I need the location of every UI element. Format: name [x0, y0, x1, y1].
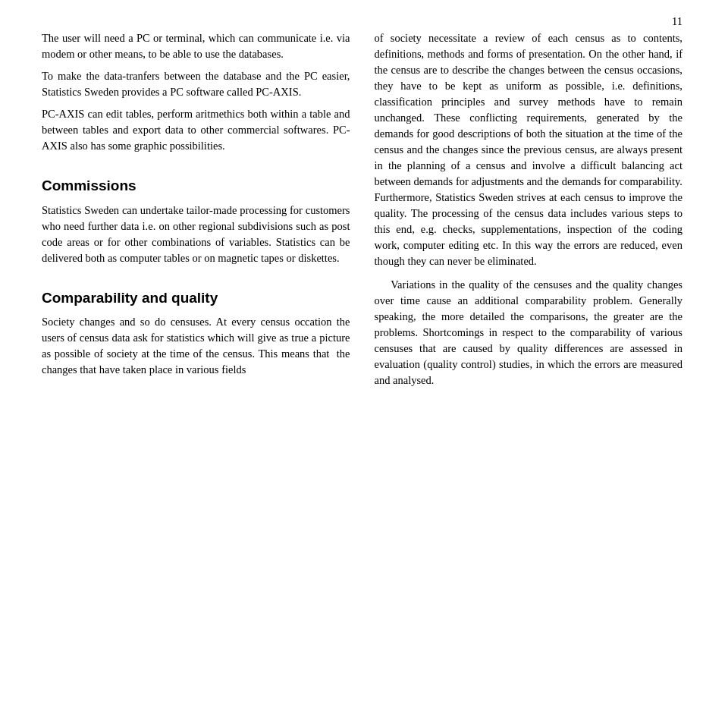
right-para-1: of society necessitate a review of each … [375, 30, 683, 269]
two-column-layout: The user will need a PC or terminal, whi… [42, 30, 682, 388]
commissions-para-1: Statistics Sweden can undertake tailor-m… [42, 203, 350, 266]
left-para-1: The user will need a PC or terminal, whi… [42, 30, 350, 62]
comparability-heading: Comparability and quality [42, 288, 350, 309]
commissions-section: Commissions Statistics Sweden can undert… [42, 175, 350, 266]
left-column: The user will need a PC or terminal, whi… [42, 30, 350, 388]
comparability-para-1: Society changes and so do censuses. At e… [42, 314, 350, 378]
page-number: 11 [672, 14, 682, 30]
right-para-2: Variations in the quality of the censuse… [375, 277, 683, 388]
commissions-heading: Commissions [42, 175, 350, 196]
right-column: of society necessitate a review of each … [375, 30, 683, 388]
page: 11 The user will need a PC or terminal, … [0, 0, 728, 701]
comparability-section: Comparability and quality Society change… [42, 288, 350, 379]
left-para-2: To make the data-tranfers between the da… [42, 68, 350, 100]
left-para-3: PC-AXIS can edit tables, perform aritmet… [42, 106, 350, 154]
